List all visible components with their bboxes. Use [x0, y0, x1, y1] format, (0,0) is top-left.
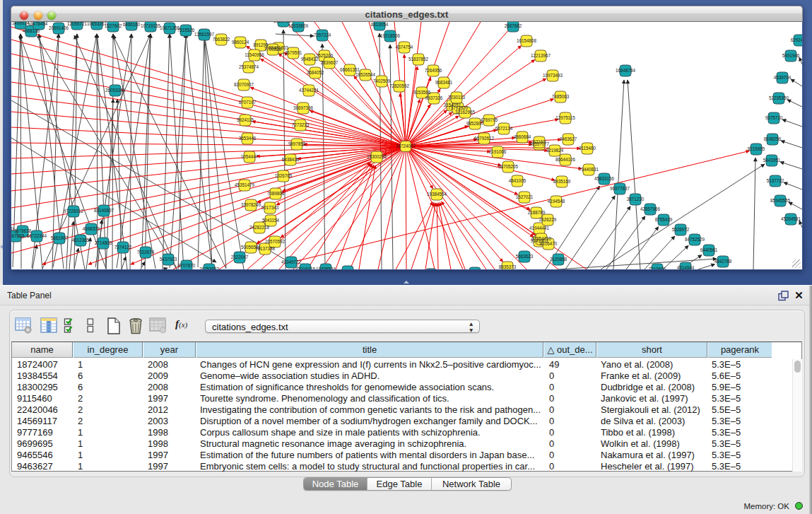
svg-text:4842788: 4842788 — [714, 259, 732, 264]
svg-text:1054447: 1054447 — [241, 154, 259, 159]
svg-text:8698256: 8698256 — [764, 136, 782, 141]
svg-text:4226067: 4226067 — [11, 227, 15, 232]
svg-text:8835373: 8835373 — [499, 264, 517, 269]
svg-text:25374874: 25374874 — [239, 64, 259, 69]
svg-text:18300295: 18300295 — [367, 154, 387, 159]
svg-text:97226012: 97226012 — [64, 209, 84, 214]
svg-text:26753883: 26753883 — [199, 267, 220, 269]
svg-text:4668136: 4668136 — [23, 28, 40, 33]
svg-text:12055721: 12055721 — [67, 22, 88, 26]
svg-text:4539704: 4539704 — [774, 75, 792, 80]
svg-text:8755439: 8755439 — [655, 217, 673, 222]
svg-text:7120868: 7120868 — [550, 257, 567, 262]
svg-text:6707197: 6707197 — [239, 100, 257, 105]
svg-text:3030113: 3030113 — [448, 95, 466, 100]
svg-text:6466160: 6466160 — [123, 22, 141, 27]
svg-text:83140807: 83140807 — [94, 208, 114, 213]
svg-text:7089806: 7089806 — [267, 191, 285, 196]
svg-text:5663623: 5663623 — [516, 254, 534, 259]
svg-text:4679591: 4679591 — [285, 50, 302, 55]
svg-text:42857966: 42857966 — [640, 206, 661, 211]
svg-text:6292423: 6292423 — [791, 37, 802, 42]
svg-text:7264956: 7264956 — [425, 68, 442, 73]
svg-text:4514944: 4514944 — [677, 265, 695, 269]
svg-text:9463627: 9463627 — [560, 136, 577, 141]
svg-text:18526544: 18526544 — [355, 72, 376, 77]
svg-text:3684052: 3684052 — [307, 70, 324, 75]
svg-text:2188789: 2188789 — [528, 210, 546, 215]
svg-text:78137358: 78137358 — [255, 246, 276, 251]
svg-text:8935169: 8935169 — [553, 179, 571, 184]
svg-text:1499914: 1499914 — [12, 22, 30, 25]
svg-text:5017343: 5017343 — [261, 205, 279, 210]
svg-text:4612365: 4612365 — [72, 238, 90, 243]
svg-text:7357224: 7357224 — [314, 33, 331, 37]
svg-text:7374122: 7374122 — [114, 245, 132, 250]
svg-text:24282218: 24282218 — [249, 225, 270, 230]
svg-text:19218506: 19218506 — [380, 33, 401, 38]
svg-text:8106470: 8106470 — [540, 241, 558, 246]
svg-text:5437923: 5437923 — [160, 257, 177, 262]
svg-text:9683481: 9683481 — [435, 80, 453, 85]
svg-text:9860124: 9860124 — [232, 40, 249, 45]
svg-text:11540956: 11540956 — [245, 52, 264, 57]
svg-text:9375710: 9375710 — [765, 115, 783, 120]
svg-text:5528972: 5528972 — [672, 227, 690, 232]
svg-text:9478454: 9478454 — [30, 22, 48, 26]
svg-text:5443951: 5443951 — [763, 158, 781, 163]
svg-text:4841005: 4841005 — [509, 178, 526, 183]
svg-text:5661907: 5661907 — [51, 235, 69, 240]
svg-text:1527602: 1527602 — [105, 23, 122, 28]
svg-text:96977837: 96977837 — [610, 186, 630, 191]
svg-text:9937326: 9937326 — [425, 95, 443, 100]
svg-text:43744231: 43744231 — [299, 88, 319, 93]
svg-text:4374754: 4374754 — [396, 45, 413, 49]
svg-text:4194548: 4194548 — [548, 199, 565, 204]
svg-text:4823498: 4823498 — [339, 269, 357, 269]
svg-text:6438436: 6438436 — [282, 157, 300, 162]
svg-text:4769795: 4769795 — [481, 117, 498, 122]
svg-text:8813054: 8813054 — [371, 22, 389, 27]
svg-text:8707870: 8707870 — [178, 263, 196, 268]
svg-text:2687682: 2687682 — [505, 23, 522, 28]
svg-text:1527021: 1527021 — [516, 194, 534, 199]
svg-text:66661351: 66661351 — [340, 67, 360, 72]
svg-text:16154808: 16154808 — [517, 38, 537, 43]
svg-text:51837852: 51837852 — [408, 57, 429, 62]
svg-text:7515526: 7515526 — [177, 28, 195, 33]
svg-text:7210606: 7210606 — [649, 267, 666, 269]
svg-text:4860684: 4860684 — [514, 134, 531, 139]
svg-text:7485063: 7485063 — [552, 94, 570, 99]
svg-text:7022674: 7022674 — [137, 250, 155, 255]
svg-text:9897858: 9897858 — [288, 141, 306, 146]
svg-text:10973493: 10973493 — [543, 73, 563, 78]
svg-text:93016315: 93016315 — [295, 267, 316, 269]
svg-text:7402509: 7402509 — [373, 78, 391, 83]
svg-text:12213967: 12213967 — [531, 53, 551, 58]
svg-text:41944441: 41944441 — [529, 226, 550, 230]
svg-text:45833156: 45833156 — [594, 176, 615, 181]
svg-text:18724007: 18724007 — [396, 144, 416, 148]
svg-text:2322047: 2322047 — [231, 255, 249, 259]
svg-text:85345555: 85345555 — [770, 198, 791, 203]
svg-text:16033809: 16033809 — [288, 23, 309, 28]
svg-text:9115460: 9115460 — [579, 146, 596, 151]
svg-text:2714803: 2714803 — [95, 240, 112, 245]
svg-text:45264581: 45264581 — [781, 216, 801, 221]
svg-text:2525206: 2525206 — [316, 53, 334, 58]
svg-text:7700828: 7700828 — [264, 47, 282, 52]
svg-text:10719155: 10719155 — [141, 23, 161, 28]
svg-text:94705205: 94705205 — [498, 164, 519, 169]
svg-text:32162965: 32162965 — [455, 110, 476, 115]
svg-text:20691406: 20691406 — [49, 25, 69, 30]
svg-text:52235350: 52235350 — [769, 95, 789, 100]
svg-text:67854710: 67854710 — [531, 236, 552, 241]
svg-text:1326765: 1326765 — [275, 173, 293, 178]
svg-text:36697396: 36697396 — [293, 105, 314, 110]
svg-text:16648784: 16648784 — [616, 68, 636, 73]
svg-text:72820592: 72820592 — [389, 83, 410, 88]
svg-text:3653446: 3653446 — [239, 136, 257, 141]
svg-text:73440831: 73440831 — [579, 167, 599, 172]
svg-text:19335534: 19335534 — [316, 267, 336, 269]
svg-text:26053346: 26053346 — [105, 88, 126, 93]
